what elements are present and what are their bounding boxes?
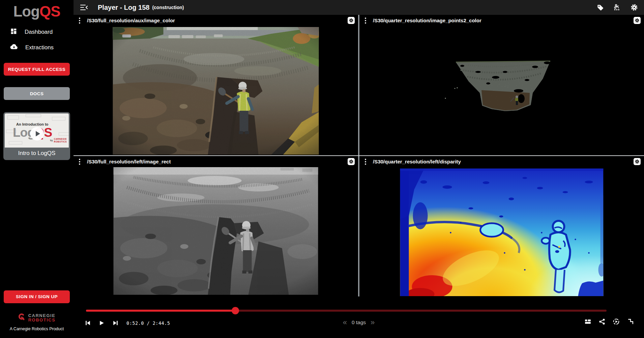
play-icon[interactable]	[97, 319, 106, 327]
sidebar-item-label: Dashboard	[25, 29, 53, 35]
logqs-player-app: LogQS Dashboard Extractions REQUEST FULL	[0, 0, 644, 338]
layout-dashboard-icon[interactable]	[584, 318, 591, 325]
panel-menu-icon[interactable]	[77, 16, 82, 25]
logo-text-gray: Log	[13, 3, 39, 20]
image-color-canvas[interactable]	[74, 26, 358, 155]
tag-icon[interactable]	[597, 4, 604, 11]
share-icon[interactable]	[598, 318, 606, 325]
cloud-download-icon	[10, 43, 18, 52]
next-tag-icon[interactable]: »	[371, 319, 375, 326]
panel-settings-icon[interactable]	[348, 17, 355, 24]
panel-topic: /S30/quarter_resolution/left/disparity	[373, 159, 461, 164]
intro-video-card[interactable]: An Introduction to LogQS by CARNEGIE ROB…	[3, 112, 70, 160]
sidebar: LogQS Dashboard Extractions REQUEST FULL	[0, 0, 74, 338]
page-subtitle: (construction)	[152, 5, 184, 10]
intro-video-thumbnail: An Introduction to LogQS by CARNEGIE ROB…	[5, 113, 69, 148]
seek-handle[interactable]	[232, 307, 239, 314]
topbar-icons	[597, 4, 638, 11]
brand-words: CARNEGIE ROBOTICS	[28, 313, 56, 322]
sidebar-item-dashboard[interactable]: Dashboard	[0, 24, 74, 40]
tags-count-label: 0 tags	[352, 319, 366, 326]
topbar: Player - Log 158 (construction)	[74, 0, 644, 15]
panel-menu-icon[interactable]	[363, 16, 368, 25]
video-caption: Intro to LogQS	[5, 148, 69, 159]
image-rect-canvas[interactable]	[74, 167, 358, 296]
seek-bar[interactable]	[86, 307, 607, 314]
panel-topic: /S30/full_resolution/left/image_rect	[87, 159, 171, 164]
panel-settings-icon[interactable]	[634, 17, 641, 24]
image-color-art	[113, 27, 319, 155]
sign-in-button[interactable]: SIGN IN / SIGN UP	[4, 290, 70, 303]
panel-settings-icon[interactable]	[634, 158, 641, 165]
brand-robotics: ROBOTICS	[28, 317, 56, 322]
panel-image-rect: /S30/full_resolution/left/image_rect	[74, 156, 358, 296]
image-rect-art	[114, 167, 318, 295]
panel-menu-icon[interactable]	[77, 157, 82, 166]
player-right-icons	[584, 318, 634, 325]
product-line: A Carnegie Robotics Product	[10, 327, 64, 331]
disparity-canvas[interactable]	[359, 167, 644, 296]
panel-settings-icon[interactable]	[348, 158, 355, 165]
panel-header: /S30/full_resolution/aux/image_color	[74, 15, 358, 26]
sidebar-item-label: Extractions	[25, 44, 54, 51]
sidebar-nav: Dashboard Extractions	[0, 24, 74, 55]
skip-next-icon[interactable]	[111, 319, 120, 327]
extraction-scissors-icon[interactable]	[613, 4, 621, 11]
logo-text-red: QS	[39, 3, 60, 20]
skip-previous-icon[interactable]	[84, 319, 92, 327]
seek-progress	[86, 310, 235, 312]
sidebar-bottom: SIGN IN / SIGN UP CARNEGIE ROBOTICS A Ca…	[0, 290, 74, 338]
panel-image-color: /S30/full_resolution/aux/image_color	[74, 15, 358, 155]
byline-robotics: ROBOTICS	[54, 140, 67, 143]
sketch-box	[26, 114, 41, 117]
logqs-logo: LogQS	[13, 3, 60, 20]
player-controls-bar: 0:52.0 / 2:44.5 « 0 tags »	[74, 296, 644, 338]
step-layout-icon[interactable]	[627, 318, 634, 325]
panel-topic: /S30/quarter_resolution/image_points2_co…	[373, 18, 481, 23]
sidebar-item-extractions[interactable]: Extractions	[0, 40, 74, 55]
panel-grid: /S30/full_resolution/aux/image_color	[74, 15, 644, 296]
page-title: Player - Log 158	[98, 4, 149, 11]
panel-topic: /S30/full_resolution/aux/image_color	[87, 18, 175, 23]
disparity-art	[400, 168, 604, 296]
point-cloud-art	[359, 26, 644, 155]
byline-carnegie: CARNEGIE	[54, 138, 67, 140]
panel-header: /S30/quarter_resolution/left/disparity	[359, 156, 644, 167]
panel-menu-icon[interactable]	[363, 157, 368, 166]
point-cloud-canvas[interactable]	[359, 26, 644, 155]
transport-controls: 0:52.0 / 2:44.5	[84, 319, 170, 327]
playback-speed-icon[interactable]	[613, 318, 620, 325]
main-area: Player - Log 158 (construction)	[74, 0, 644, 338]
request-full-access-button[interactable]: REQUEST FULL ACCESS	[4, 63, 70, 76]
sketch-box	[9, 141, 22, 145]
sketch-box	[52, 117, 65, 121]
panel-disparity: /S30/quarter_resolution/left/disparity	[359, 156, 644, 296]
carnegie-r-mark-icon	[18, 313, 26, 322]
sketch-box	[59, 132, 69, 136]
byline-by: by	[50, 139, 53, 141]
time-display: 0:52.0 / 2:44.5	[126, 320, 170, 326]
dashboard-icon	[10, 28, 17, 36]
gear-icon[interactable]	[631, 4, 638, 11]
video-byline: by CARNEGIE ROBOTICS	[50, 138, 67, 142]
carnegie-robotics-logo: CARNEGIE ROBOTICS	[18, 313, 56, 322]
panel-header: /S30/full_resolution/left/image_rect	[74, 156, 358, 167]
byline-words: CARNEGIE ROBOTICS	[54, 138, 67, 142]
panel-header: /S30/quarter_resolution/image_points2_co…	[359, 15, 644, 26]
docs-button[interactable]: DOCS	[4, 87, 70, 100]
sketch-box	[7, 115, 19, 120]
panel-points-color: /S30/quarter_resolution/image_points2_co…	[359, 15, 644, 155]
collapse-sidebar-icon[interactable]	[80, 4, 88, 11]
previous-tag-icon[interactable]: «	[343, 319, 347, 326]
